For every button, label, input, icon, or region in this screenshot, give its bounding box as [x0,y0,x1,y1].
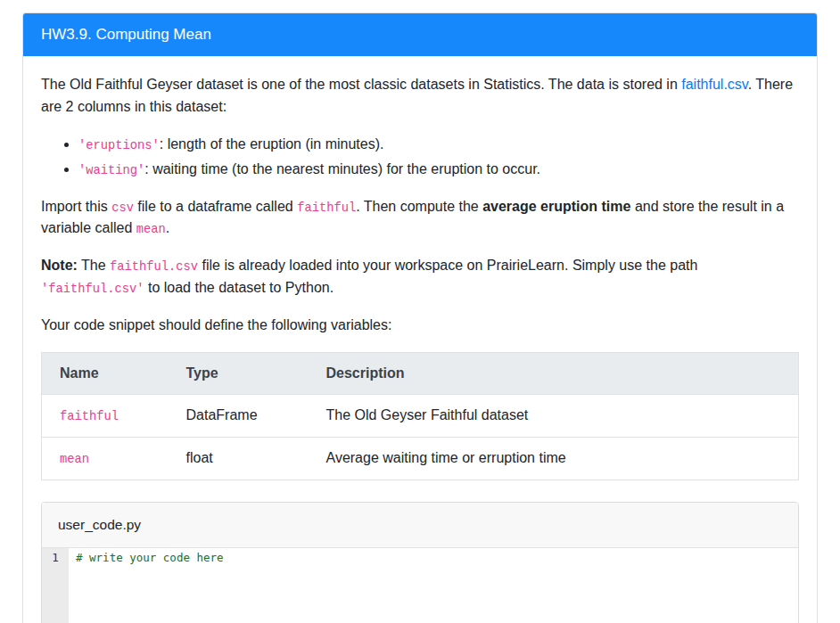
editor-filename: user_code.py [42,503,798,548]
column-header-description: Description [309,352,799,395]
list-item-eruptions: 'eruptions': length of the eruption (in … [78,134,799,156]
average-eruption-time-bold: average eruption time [482,199,630,214]
variable-type: DataFrame [169,395,309,438]
mean-code: mean [136,223,166,236]
faithful-csv-code: faithful.csv [110,260,198,274]
list-item-waiting: 'waiting': waiting time (to the nearest … [78,159,799,181]
columns-list: 'eruptions': length of the eruption (in … [41,134,799,181]
faithful-csv-link[interactable]: faithful.csv [681,77,747,92]
import-text-3: . Then compute the [356,199,482,214]
eruptions-text: : length of the eruption (in minutes). [160,136,384,152]
variables-table: Name Type Description faithful DataFrame… [41,352,799,480]
csv-code: csv [111,201,134,215]
eruptions-code: 'eruptions' [78,139,160,152]
table-row: faithful DataFrame The Old Geyser Faithf… [42,395,799,438]
faithful-code: faithful [297,201,356,215]
question-body: The Old Faithful Geyser dataset is one o… [23,56,817,623]
variable-name: faithful [60,410,119,423]
question-header: HW3.9. Computing Mean [23,13,817,56]
note-text-1: The [78,258,110,273]
variable-name: mean [60,453,89,466]
question-title: HW3.9. Computing Mean [41,26,211,43]
variable-description: The Old Geyser Faithful dataset [309,395,799,438]
note-paragraph: Note: The faithful.csv file is already l… [41,255,799,299]
line-number: 1 [52,551,59,564]
column-header-type: Type [169,352,309,395]
intro-paragraph: The Old Faithful Geyser dataset is one o… [41,74,799,119]
note-label: Note: [41,258,78,273]
import-paragraph: Import this csv file to a dataframe call… [41,196,799,241]
table-body: faithful DataFrame The Old Geyser Faithf… [42,395,799,480]
faithful-csv-path-code: 'faithful.csv' [41,283,144,296]
intro-text-before: The Old Faithful Geyser dataset is one o… [41,77,681,92]
code-editor: user_code.py 1 # write your code here [41,502,799,623]
code-comment: # write your code here [76,551,224,564]
variable-description: Average waiting time or erruption time [309,438,799,480]
question-card: HW3.9. Computing Mean The Old Faithful G… [22,12,818,623]
import-text-5: . [166,220,169,235]
code-input-area[interactable]: 1 # write your code here [42,548,798,623]
note-text-2: file is already loaded into your workspa… [198,258,697,273]
variable-type: float [169,438,309,480]
import-text-2: file to a dataframe called [134,199,297,214]
variables-intro-paragraph: Your code snippet should define the foll… [41,315,799,337]
note-text-3: to load the dataset to Python. [144,280,334,295]
column-header-name: Name [42,352,169,395]
table-head: Name Type Description [42,352,799,395]
line-number-gutter: 1 [42,548,69,623]
table-header-row: Name Type Description [42,352,799,395]
waiting-code: 'waiting' [78,164,144,177]
table-row: mean float Average waiting time or errup… [42,438,799,480]
import-text-1: Import this [41,199,111,214]
code-text-area[interactable]: # write your code here [69,548,798,623]
waiting-text: : waiting time (to the nearest minutes) … [144,161,540,176]
